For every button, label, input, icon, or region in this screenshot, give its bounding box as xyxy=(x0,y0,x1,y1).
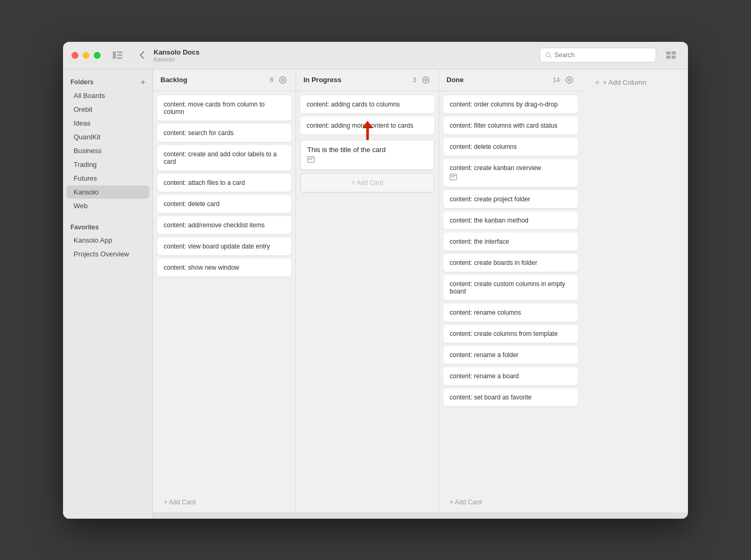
drag-arrow-icon xyxy=(360,120,375,141)
card-done-2[interactable]: content: delete columns xyxy=(443,138,578,156)
card-done-8[interactable]: content: create custom columns in empty … xyxy=(443,275,578,300)
card-backlog-3[interactable]: content: attach files to a card xyxy=(157,174,291,192)
columns-container: Backlog 8 content: move cards from colum… xyxy=(153,69,688,512)
sidebar-item-kansolo[interactable]: Kansolo xyxy=(66,185,149,199)
card-backlog-4[interactable]: content: delete card xyxy=(157,195,291,213)
add-column-area: + + Add Column xyxy=(582,69,688,512)
card-icon-kanban xyxy=(450,174,457,180)
sidebar: Folders + All Boards Orebit Ideas QuantK… xyxy=(63,69,153,519)
card-done-7[interactable]: content: create boards in folder xyxy=(443,254,578,272)
column-done-menu-button[interactable] xyxy=(564,75,575,85)
titlebar-info: Kansolo Docs Kansolo xyxy=(154,48,540,63)
column-backlog-header: Backlog 8 xyxy=(153,69,296,91)
sidebar-item-futures[interactable]: Futures xyxy=(66,172,149,185)
search-bar[interactable] xyxy=(540,48,656,63)
card-done-11[interactable]: content: rename a folder xyxy=(443,346,578,364)
column-in-progress-title: In Progress xyxy=(303,76,413,84)
column-done-header: Done 14 xyxy=(439,69,582,91)
window-title: Kansolo Docs xyxy=(154,48,540,56)
card-backlog-2[interactable]: content: create and add color labels to … xyxy=(157,145,291,171)
card-done-5[interactable]: content: the kanban method xyxy=(443,211,578,229)
svg-rect-8 xyxy=(672,56,676,59)
svg-rect-7 xyxy=(666,56,670,59)
add-card-done-button[interactable]: + Add Card xyxy=(443,494,578,510)
card-backlog-0[interactable]: content: move cards from column to colum… xyxy=(157,95,291,121)
highlighted-card-wrapper: This is the title of the card xyxy=(300,140,434,170)
svg-rect-2 xyxy=(117,55,122,56)
add-card-backlog-button[interactable]: + Add Card xyxy=(157,494,291,510)
svg-rect-0 xyxy=(113,51,116,59)
favorites-section: Favorites Kansolo App Projects Overview xyxy=(63,221,153,261)
column-backlog-cards: content: move cards from column to colum… xyxy=(153,91,296,492)
column-in-progress-header: In Progress 3 xyxy=(296,69,439,91)
titlebar-right xyxy=(540,48,680,63)
app-window: Kansolo Docs Kansolo xyxy=(63,42,688,519)
card-backlog-6[interactable]: content: view board update date entry xyxy=(157,237,291,255)
sidebar-item-projects-overview[interactable]: Projects Overview xyxy=(66,247,149,261)
add-folder-button[interactable]: + xyxy=(141,78,145,86)
column-in-progress-count: 3 xyxy=(413,76,416,84)
fullscreen-button[interactable] xyxy=(94,52,101,59)
close-button[interactable] xyxy=(71,52,78,59)
sidebar-item-business[interactable]: Business xyxy=(66,144,149,157)
column-done-cards: content: order columns by drag-n-drop co… xyxy=(439,91,582,492)
card-done-4[interactable]: content: create project folder xyxy=(443,190,578,208)
sidebar-item-kansolo-app[interactable]: Kansolo App xyxy=(66,234,149,247)
svg-rect-5 xyxy=(666,51,670,55)
svg-marker-12 xyxy=(362,121,373,128)
add-card-in-progress-drop[interactable]: + Add Card xyxy=(300,173,434,192)
column-done-title: Done xyxy=(446,76,553,84)
column-in-progress-menu-button[interactable] xyxy=(421,75,431,85)
folders-label: Folders xyxy=(70,78,93,86)
sidebar-item-trading[interactable]: Trading xyxy=(66,158,149,171)
column-backlog-menu-button[interactable] xyxy=(278,75,288,85)
card-backlog-5[interactable]: content: add/remove checklist items xyxy=(157,216,291,234)
folders-header: Folders + xyxy=(63,76,153,88)
add-column-button[interactable]: + + Add Column xyxy=(589,75,651,91)
column-backlog-count: 8 xyxy=(270,76,273,84)
add-column-icon: + xyxy=(595,78,600,87)
search-icon xyxy=(546,52,551,58)
traffic-lights xyxy=(71,52,101,59)
card-done-10[interactable]: content: create columns from template xyxy=(443,325,578,343)
highlighted-card-title: This is the title of the card xyxy=(307,146,427,154)
column-backlog: Backlog 8 content: move cards from colum… xyxy=(153,69,296,512)
card-in-progress-highlighted[interactable]: This is the title of the card xyxy=(300,140,434,170)
card-done-1[interactable]: content: filter columns with card status xyxy=(443,117,578,135)
sidebar-item-orebit[interactable]: Orebit xyxy=(66,103,149,116)
sidebar-item-ideas[interactable]: Ideas xyxy=(66,117,149,130)
folders-section: Folders + All Boards Orebit Ideas QuantK… xyxy=(63,76,153,213)
column-in-progress-cards: content: adding cards to columns content… xyxy=(296,91,439,512)
card-done-3[interactable]: content: create kanban overview xyxy=(443,159,578,187)
card-in-progress-0[interactable]: content: adding cards to columns xyxy=(300,95,434,113)
sidebar-toggle-button[interactable] xyxy=(109,47,126,64)
card-done-0[interactable]: content: order columns by drag-n-drop xyxy=(443,95,578,113)
titlebar: Kansolo Docs Kansolo xyxy=(63,42,688,69)
board-area: Backlog 8 content: move cards from colum… xyxy=(153,69,688,519)
sidebar-item-web[interactable]: Web xyxy=(66,199,149,212)
minimize-button[interactable] xyxy=(83,52,90,59)
horizontal-scrollbar[interactable] xyxy=(153,512,688,519)
card-done-13[interactable]: content: set board as favorite xyxy=(443,388,578,406)
card-backlog-7[interactable]: content: show new window xyxy=(157,259,291,277)
card-type-icon xyxy=(307,156,427,164)
card-done-12[interactable]: content: rename a board xyxy=(443,367,578,385)
card-backlog-1[interactable]: content: search for cards xyxy=(157,124,291,142)
svg-rect-1 xyxy=(117,51,122,53)
svg-rect-6 xyxy=(672,51,676,55)
search-input[interactable] xyxy=(555,51,650,59)
sidebar-item-all-boards[interactable]: All Boards xyxy=(66,89,149,102)
svg-rect-3 xyxy=(117,57,122,59)
main-content: Folders + All Boards Orebit Ideas QuantK… xyxy=(63,69,688,519)
column-backlog-title: Backlog xyxy=(160,76,270,84)
column-done-count: 14 xyxy=(553,76,560,84)
back-button[interactable] xyxy=(135,48,149,63)
card-done-6[interactable]: content: the interface xyxy=(443,233,578,251)
window-subtitle: Kansolo xyxy=(154,56,540,63)
card-done-9[interactable]: content: rename columns xyxy=(443,304,578,322)
column-in-progress: In Progress 3 content: adding cards to c… xyxy=(296,69,439,512)
view-toggle-button[interactable] xyxy=(663,48,680,63)
sidebar-item-quantkit[interactable]: QuantKit xyxy=(66,130,149,144)
column-done: Done 14 content: order columns by drag-n… xyxy=(439,69,582,512)
favorites-header: Favorites xyxy=(63,221,153,233)
